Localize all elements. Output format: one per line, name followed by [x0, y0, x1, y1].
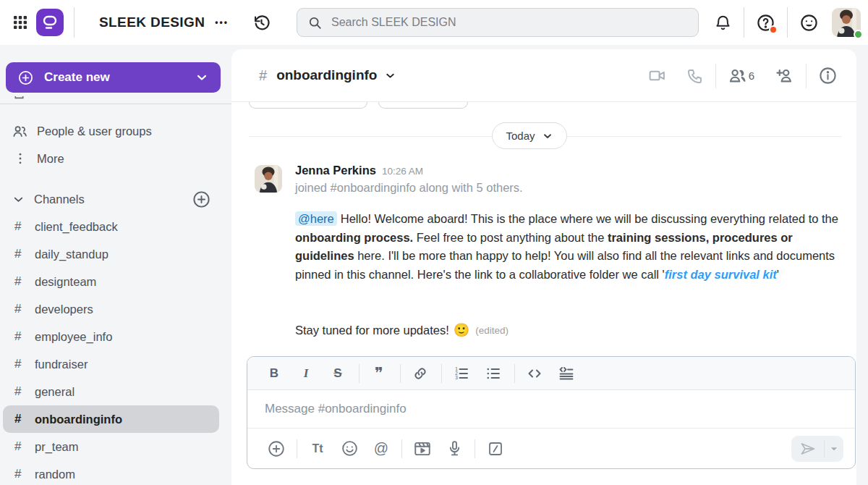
search-input[interactable]: Search SLEEK DESIGN [297, 8, 699, 37]
clipped-bookmark-pill[interactable] [249, 102, 367, 109]
channel-item[interactable]: # fundraiser [0, 350, 231, 378]
search-placeholder: Search SLEEK DESIGN [331, 16, 456, 29]
sidebar-item-more[interactable]: More [0, 148, 231, 169]
send-options-caret-icon[interactable] [825, 444, 843, 454]
formatting-toolbar: B I S ❞ 1 2 3 [247, 357, 855, 390]
inline-code-icon[interactable] [524, 365, 545, 382]
members-icon[interactable] [728, 66, 747, 85]
composer-divider [401, 439, 402, 458]
message-input[interactable]: Message #onboardinginfo [247, 390, 855, 428]
message-subtitle: joined #onboardinginfo along with 5 othe… [295, 181, 523, 195]
notifications-bell-icon[interactable] [714, 14, 732, 32]
sidebar-item-files-clipped[interactable]: Files [0, 96, 231, 104]
sidebar: Create new Files People & u [0, 45, 231, 485]
channel-label: client_feedback [35, 220, 118, 234]
video-clip-icon[interactable] [411, 439, 434, 458]
svg-text:3: 3 [455, 375, 458, 380]
message-author[interactable]: Jenna Perkins [295, 164, 376, 177]
online-status-dot [854, 30, 863, 39]
audio-clip-icon[interactable] [443, 439, 466, 457]
toolbar-divider [400, 364, 401, 383]
composer-divider [297, 439, 297, 458]
message-text: Feel free to post anything about the [413, 231, 608, 244]
channel-label: random [35, 468, 75, 481]
create-new-label: Create new [44, 70, 110, 85]
channel-title[interactable]: onboardinginfo [276, 67, 377, 83]
date-divider-button[interactable]: Today [492, 122, 567, 149]
hash-icon: # [259, 67, 267, 84]
topbar-divider [787, 7, 788, 38]
sidebar-item-label: Files [35, 96, 61, 99]
italic-button[interactable]: I [295, 366, 317, 381]
channel-item[interactable]: # general [0, 378, 231, 405]
clipped-bookmark-pill[interactable] [378, 102, 468, 109]
user-avatar[interactable] [832, 8, 861, 37]
emoji-picker-icon[interactable] [338, 439, 361, 457]
hash-icon: # [14, 467, 35, 481]
attach-plus-icon[interactable] [265, 439, 288, 458]
workspace-logo-icon[interactable] [36, 9, 64, 36]
top-bar: SLEEK DESIGN ••• Search SLEEK DESIGN [0, 0, 868, 45]
date-label: Today [506, 130, 535, 142]
help-alert-dot [769, 25, 778, 34]
hash-icon: # [14, 274, 35, 289]
hash-icon: # [14, 247, 35, 261]
create-new-button[interactable]: Create new [6, 62, 221, 93]
ordered-list-icon[interactable]: 1 2 3 [451, 365, 472, 382]
channels-section-header[interactable]: Channels [0, 187, 231, 211]
chevron-down-icon [542, 130, 553, 142]
app-grid-icon[interactable] [10, 12, 30, 33]
channel-item[interactable]: # pr_team [0, 433, 231, 460]
survival-kit-link[interactable]: first day survival kit [665, 268, 777, 281]
sidebar-item-people[interactable]: People & user groups [0, 120, 231, 142]
hash-icon: # [14, 302, 35, 316]
channel-item[interactable]: # designteam [0, 268, 231, 295]
text-format-toggle[interactable]: Tt [306, 442, 329, 455]
message-composer: B I S ❞ 1 2 3 [247, 356, 856, 469]
strikethrough-button[interactable]: S [327, 366, 349, 381]
code-block-icon[interactable] [556, 365, 577, 382]
hash-icon: # [14, 357, 35, 371]
channel-item[interactable]: # developers [0, 295, 231, 323]
channel-item[interactable]: # random [0, 460, 231, 485]
hash-icon: # [14, 439, 35, 454]
channel-label: onboardinginfo [35, 413, 122, 426]
chevron-down-icon[interactable] [12, 193, 25, 206]
phone-call-icon[interactable] [686, 67, 704, 85]
channel-item-selected[interactable]: # onboardinginfo [0, 405, 231, 433]
message-avatar[interactable] [255, 165, 282, 193]
history-icon[interactable] [252, 13, 271, 33]
channel-item[interactable]: # employee_info [0, 323, 231, 350]
channel-label: fundraiser [35, 358, 88, 371]
message-header: Jenna Perkins 10:26 AM [295, 164, 423, 177]
emoji-status-icon[interactable] [799, 13, 819, 33]
add-member-icon[interactable] [775, 66, 794, 85]
bold-button[interactable]: B [263, 366, 285, 381]
send-icon[interactable] [791, 440, 824, 457]
add-channel-icon[interactable] [192, 190, 211, 209]
blockquote-icon[interactable]: ❞ [368, 370, 390, 377]
link-icon[interactable] [409, 365, 431, 382]
channels-section-label: Channels [34, 193, 85, 206]
toolbar-divider [514, 364, 515, 383]
workspace-menu-ellipsis[interactable]: ••• [215, 17, 229, 28]
send-button-group [791, 436, 843, 462]
file-search-icon [12, 96, 27, 100]
sidebar-item-label: People & user groups [37, 125, 152, 138]
message-input-placeholder: Message #onboardinginfo [265, 402, 407, 416]
header-divider [806, 64, 807, 88]
help-icon[interactable] [756, 13, 775, 33]
sidebar-item-label: More [37, 152, 64, 166]
slash-commands-icon[interactable] [484, 440, 507, 457]
mention-icon[interactable]: @ [370, 440, 393, 457]
here-mention[interactable]: @here [295, 211, 337, 226]
info-icon[interactable] [818, 66, 838, 85]
channel-item[interactable]: # client_feedback [0, 213, 231, 240]
chevron-down-icon[interactable] [384, 69, 396, 82]
bullet-list-icon[interactable] [482, 365, 504, 382]
channel-label: employee_info [35, 330, 112, 344]
video-call-icon[interactable] [648, 67, 666, 85]
channel-item[interactable]: # daily_standup [0, 240, 231, 268]
channel-label: pr_team [35, 440, 79, 454]
composer-divider [475, 439, 475, 458]
